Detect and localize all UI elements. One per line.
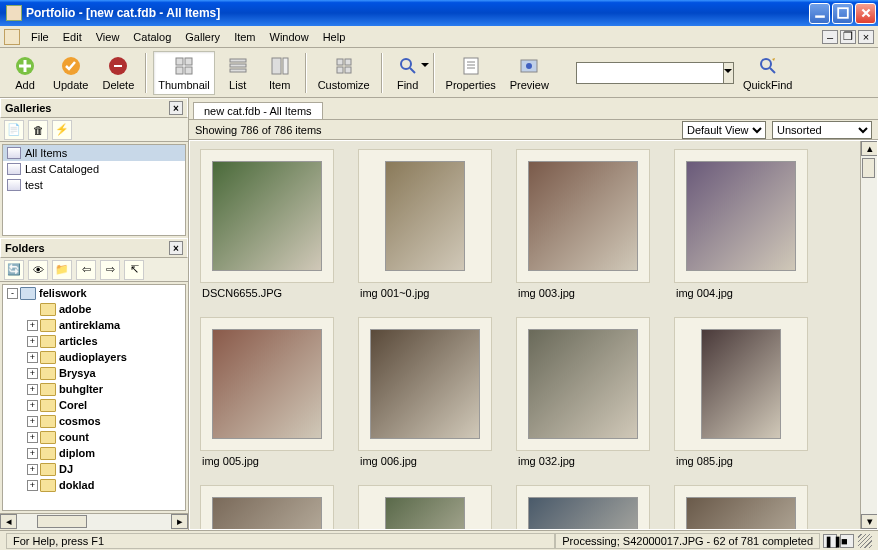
- collapse-icon[interactable]: -: [7, 288, 18, 299]
- expand-icon[interactable]: +: [27, 384, 38, 395]
- menu-gallery[interactable]: Gallery: [178, 29, 227, 45]
- scroll-thumb[interactable]: [862, 158, 875, 178]
- thumbnail-cell[interactable]: img 006.jpg: [358, 317, 508, 467]
- quickfind-button[interactable]: QuickFind: [738, 51, 798, 95]
- tree-node[interactable]: +buhglter: [3, 381, 185, 397]
- tree-node[interactable]: +cosmos: [3, 413, 185, 429]
- scroll-up-button[interactable]: ▴: [861, 141, 878, 156]
- maximize-button[interactable]: [832, 3, 853, 24]
- watch-button[interactable]: 👁: [28, 260, 48, 280]
- tree-node[interactable]: +count: [3, 429, 185, 445]
- thumbnail-cell[interactable]: [358, 485, 508, 530]
- thumbnail-cell[interactable]: [516, 485, 666, 530]
- quickfind-input[interactable]: [577, 63, 723, 83]
- expand-icon[interactable]: +: [27, 448, 38, 459]
- folder-hscroll[interactable]: ◂ ▸: [0, 513, 188, 530]
- status-pause-button[interactable]: ❚❚: [823, 534, 837, 548]
- scroll-track[interactable]: [17, 514, 171, 530]
- menu-view[interactable]: View: [89, 29, 127, 45]
- thumbnail-cell[interactable]: img 032.jpg: [516, 317, 666, 467]
- galleries-close-button[interactable]: ×: [169, 101, 183, 115]
- delete-gallery-button[interactable]: 🗑: [28, 120, 48, 140]
- update-button[interactable]: Update: [48, 51, 93, 95]
- mdi-minimize[interactable]: –: [822, 30, 838, 44]
- expand-icon[interactable]: +: [27, 352, 38, 363]
- item-view-button[interactable]: Item: [261, 51, 299, 95]
- menu-edit[interactable]: Edit: [56, 29, 89, 45]
- thumbnail-view-button[interactable]: Thumbnail: [153, 51, 214, 95]
- back-button[interactable]: ⇦: [76, 260, 96, 280]
- gallery-item-all[interactable]: All Items: [3, 145, 185, 161]
- thumbnail-frame: [516, 149, 650, 283]
- up-button[interactable]: ↸: [124, 260, 144, 280]
- tree-node[interactable]: adobe: [3, 301, 185, 317]
- menu-help[interactable]: Help: [316, 29, 353, 45]
- expand-icon[interactable]: +: [27, 464, 38, 475]
- expand-icon[interactable]: +: [27, 432, 38, 443]
- expand-icon[interactable]: +: [27, 320, 38, 331]
- scroll-right-button[interactable]: ▸: [171, 514, 188, 529]
- menu-window[interactable]: Window: [263, 29, 316, 45]
- tree-node[interactable]: +Corel: [3, 397, 185, 413]
- expand-icon[interactable]: +: [27, 480, 38, 491]
- expand-icon[interactable]: +: [27, 368, 38, 379]
- open-folder-button[interactable]: 📁: [52, 260, 72, 280]
- preview-button[interactable]: Preview: [505, 51, 554, 95]
- thumbnail-cell[interactable]: DSCN6655.JPG: [200, 149, 350, 299]
- thumbnail-cell[interactable]: [674, 485, 824, 530]
- minimize-button[interactable]: [809, 3, 830, 24]
- tree-node[interactable]: +antireklama: [3, 317, 185, 333]
- add-button[interactable]: Add: [6, 51, 44, 95]
- menu-catalog[interactable]: Catalog: [126, 29, 178, 45]
- expand-icon[interactable]: +: [27, 400, 38, 411]
- scroll-down-button[interactable]: ▾: [861, 514, 878, 529]
- delete-button[interactable]: Delete: [97, 51, 139, 95]
- quickfind-dropdown[interactable]: [723, 63, 733, 83]
- gallery-icon: [7, 163, 21, 175]
- thumbnail-cell[interactable]: img 003.jpg: [516, 149, 666, 299]
- tree-node[interactable]: +diplom: [3, 445, 185, 461]
- thumbnail-cell[interactable]: img 001~0.jpg: [358, 149, 508, 299]
- thumbnail-cell[interactable]: img 085.jpg: [674, 317, 824, 467]
- scroll-track[interactable]: [861, 156, 877, 514]
- thumbnail-vscroll[interactable]: ▴ ▾: [860, 141, 877, 529]
- mdi-restore[interactable]: ❐: [840, 30, 856, 44]
- sort-select[interactable]: Unsorted: [772, 121, 872, 139]
- thumbnail-cell[interactable]: img 005.jpg: [200, 317, 350, 467]
- tree-node[interactable]: +Brysya: [3, 365, 185, 381]
- close-button[interactable]: [855, 3, 876, 24]
- menu-file[interactable]: File: [24, 29, 56, 45]
- mdi-close[interactable]: ×: [858, 30, 874, 44]
- status-stop-button[interactable]: ■: [840, 534, 854, 548]
- scroll-thumb[interactable]: [37, 515, 87, 528]
- new-gallery-button[interactable]: 📄: [4, 120, 24, 140]
- catalog-tab[interactable]: new cat.fdb - All Items: [193, 102, 323, 119]
- resize-grip[interactable]: [858, 534, 872, 548]
- tree-node[interactable]: +DJ: [3, 461, 185, 477]
- find-button[interactable]: Find: [389, 51, 427, 95]
- thumbnail-frame: [358, 485, 492, 530]
- galleries-list[interactable]: All Items Last Cataloged test: [2, 144, 186, 236]
- gallery-item-last[interactable]: Last Cataloged: [3, 161, 185, 177]
- thumbnail-cell[interactable]: [200, 485, 350, 530]
- tree-node[interactable]: +doklad: [3, 477, 185, 493]
- expand-icon[interactable]: +: [27, 416, 38, 427]
- view-select[interactable]: Default View: [682, 121, 766, 139]
- tree-node-root[interactable]: -feliswork: [3, 285, 185, 301]
- folders-close-button[interactable]: ×: [169, 241, 183, 255]
- properties-button[interactable]: Properties: [441, 51, 501, 95]
- forward-button[interactable]: ⇨: [100, 260, 120, 280]
- smart-gallery-button[interactable]: ⚡: [52, 120, 72, 140]
- folder-tree[interactable]: -felisworkadobe+antireklama+articles+aud…: [2, 284, 186, 511]
- expand-icon[interactable]: +: [27, 336, 38, 347]
- scroll-left-button[interactable]: ◂: [0, 514, 17, 529]
- tree-node[interactable]: +audioplayers: [3, 349, 185, 365]
- tree-node[interactable]: +articles: [3, 333, 185, 349]
- list-view-button[interactable]: List: [219, 51, 257, 95]
- menu-item[interactable]: Item: [227, 29, 262, 45]
- sync-button[interactable]: 🔄: [4, 260, 24, 280]
- gallery-item-test[interactable]: test: [3, 177, 185, 193]
- customize-button[interactable]: Customize: [313, 51, 375, 95]
- thumbnail-cell[interactable]: img 004.jpg: [674, 149, 824, 299]
- svg-rect-16: [345, 59, 351, 65]
